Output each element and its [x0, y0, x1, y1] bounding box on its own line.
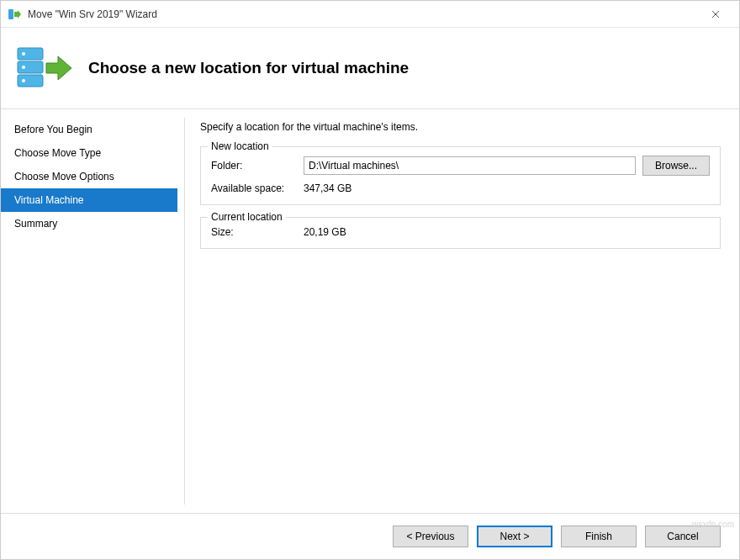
- current-location-legend: Current location: [208, 211, 286, 223]
- content-pane: Specify a location for the virtual machi…: [192, 109, 739, 513]
- svg-rect-3: [18, 75, 43, 87]
- svg-rect-1: [18, 48, 43, 60]
- new-location-legend: New location: [208, 140, 272, 152]
- next-button[interactable]: Next >: [477, 526, 552, 547]
- svg-point-4: [22, 52, 25, 55]
- folder-label: Folder:: [211, 160, 304, 172]
- vertical-divider: [184, 118, 185, 505]
- finish-button[interactable]: Finish: [561, 526, 637, 547]
- sidebar: Before You Begin Choose Move Type Choose…: [1, 109, 177, 513]
- svg-point-5: [22, 66, 25, 69]
- instruction-text: Specify a location for the virtual machi…: [200, 121, 721, 133]
- svg-rect-2: [18, 61, 43, 73]
- sidebar-item-choose-move-type[interactable]: Choose Move Type: [1, 141, 177, 165]
- titlebar: Move "Win Srv 2019" Wizard: [1, 1, 739, 28]
- watermark: wsxdn.com: [692, 520, 734, 529]
- available-space-label: Available space:: [211, 182, 304, 194]
- browse-button[interactable]: Browse...: [642, 156, 710, 176]
- size-value: 20,19 GB: [304, 226, 710, 238]
- new-location-group: New location Folder: Browse... Available…: [200, 146, 721, 205]
- close-button[interactable]: [699, 3, 732, 26]
- svg-point-6: [22, 79, 25, 82]
- app-icon: [8, 8, 21, 21]
- window-title: Move "Win Srv 2019" Wizard: [28, 8, 699, 20]
- available-space-value: 347,34 GB: [304, 182, 710, 194]
- wizard-footer: < Previous Next > Finish Cancel: [1, 513, 739, 559]
- page-title: Choose a new location for virtual machin…: [88, 59, 409, 77]
- folder-input[interactable]: [304, 156, 636, 175]
- wizard-body: Before You Begin Choose Move Type Choose…: [1, 109, 739, 513]
- sidebar-item-before-you-begin[interactable]: Before You Begin: [1, 118, 177, 141]
- sidebar-item-summary[interactable]: Summary: [1, 212, 177, 235]
- server-move-icon: [14, 43, 73, 93]
- wizard-header: Choose a new location for virtual machin…: [1, 28, 739, 108]
- size-label: Size:: [211, 226, 304, 238]
- previous-button[interactable]: < Previous: [393, 526, 468, 547]
- wizard-window: Move "Win Srv 2019" Wizard Choose a new …: [0, 0, 740, 560]
- sidebar-item-virtual-machine[interactable]: Virtual Machine: [1, 188, 177, 212]
- current-location-group: Current location Size: 20,19 GB: [200, 217, 721, 249]
- sidebar-item-choose-move-options[interactable]: Choose Move Options: [1, 165, 177, 188]
- svg-rect-0: [8, 9, 13, 19]
